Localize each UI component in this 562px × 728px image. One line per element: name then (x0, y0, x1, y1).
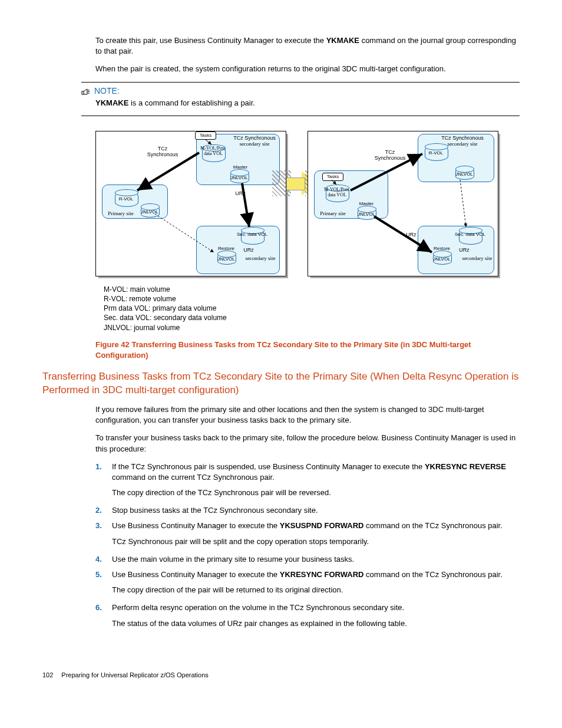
step-6: Perform delta resync operation on the vo… (95, 602, 520, 628)
svg-rect-0 (82, 91, 84, 94)
diagram-left-panel: R-VOL JNLVOL Primary site Tasks TCz Sync… (95, 131, 286, 276)
page-footer: 102 Preparing for Universal Replicator z… (42, 671, 520, 678)
legend-l5: JNLVOL: journal volume (104, 323, 520, 332)
legend-l3: Prm data VOL: primary data volume (104, 304, 520, 313)
footer-title: Preparing for Universal Replicator z/OS … (61, 671, 208, 678)
intro-p2: When the pair is created, the system con… (95, 64, 520, 74)
note-block (81, 82, 520, 83)
step-2: Stop business tasks at the TCz Synchrono… (95, 505, 520, 516)
section-heading: Transferring Business Tasks from TCz Sec… (42, 370, 520, 397)
step-3: Use Business Continuity Manager to execu… (95, 521, 520, 546)
svg-line-8 (332, 180, 336, 185)
intro-block: To create this pair, use Business Contin… (95, 35, 520, 75)
body-p2: To transfer your business tasks back to … (95, 433, 520, 454)
intro-p1a: To create this pair, use Business Contin… (95, 36, 326, 45)
intro-cmd: YKMAKE (326, 36, 359, 45)
step-4-text-a: Use the main volume in the primary site … (112, 555, 354, 564)
page-number: 102 (42, 671, 53, 678)
legend-l1: M-VOL: main volume (104, 285, 520, 294)
body-p1: If you remove failures from the primary … (95, 404, 520, 426)
legend-l2: R-VOL: remote volume (104, 294, 520, 304)
steps-list: If the TCz Synchronous pair is suspended… (95, 462, 520, 629)
step-6-text-a: Perform delta resync operation on the vo… (112, 603, 404, 612)
svg-line-2 (242, 183, 249, 227)
step-1-follow: The copy direction of the TCz Synchronou… (112, 487, 520, 498)
svg-line-7 (460, 180, 466, 227)
diagram-right-panel: Tasks M-VOL/Prm. data VOL Master JNLVOL … (308, 131, 498, 276)
note-rule-top (81, 82, 520, 83)
section-body: If you remove failures from the primary … (95, 404, 520, 629)
step-3-cmd: YKSUSPND FORWARD (280, 521, 364, 530)
figure-caption-wrap: Figure 42 Transferring Business Tasks fr… (95, 340, 520, 361)
step-1-text-a: If the TCz Synchronous pair is suspended… (112, 462, 425, 471)
step-3-text-b: command on the TCz Synchronous pair. (364, 521, 503, 530)
step-4: Use the main volume in the primary site … (95, 554, 520, 565)
step-1-text-b: command on the current TCz Synchronous p… (112, 473, 275, 482)
legend: M-VOL: main volume R-VOL: remote volume … (104, 285, 520, 332)
step-1: If the TCz Synchronous pair is suspended… (95, 462, 520, 499)
note-body: YKMAKE is a command for establishing a p… (95, 98, 520, 108)
arrows-left (96, 131, 286, 276)
step-2-text-a: Stop business tasks at the TCz Synchrono… (112, 506, 318, 515)
intro-p1: To create this pair, use Business Contin… (95, 35, 520, 57)
note-rule-bot (81, 116, 520, 116)
note-icon (81, 87, 91, 95)
step-1-cmd: YKRESYNC REVERSE (425, 462, 506, 471)
legend-l4: Sec. data VOL: secondary data volume (104, 313, 520, 322)
figure-caption: Figure 42 Transferring Business Tasks fr… (95, 340, 520, 361)
note-header: NOTE: (81, 86, 520, 95)
step-3-follow: TCz Synchronous pair will be split and t… (112, 536, 520, 547)
step-6-follow: The status of the data volumes of URz pa… (112, 618, 520, 629)
svg-line-5 (351, 154, 422, 190)
svg-line-1 (137, 153, 199, 190)
step-5: Use Business Continuity Manager to execu… (95, 569, 520, 595)
note-text: YKMAKE is a command for establishing a p… (95, 98, 520, 108)
note-rule-bot-wrap (81, 116, 520, 116)
page: To create this pair, use Business Contin… (0, 0, 562, 702)
diagram: R-VOL JNLVOL Primary site Tasks TCz Sync… (95, 128, 520, 281)
step-5-follow: The copy direction of the pair will be r… (112, 585, 520, 595)
svg-line-4 (206, 140, 211, 144)
step-5-text-b: command on the TCz Synchronous pair. (364, 570, 503, 579)
svg-line-3 (155, 214, 214, 252)
note-cmd: YKMAKE (95, 98, 128, 107)
note-label: NOTE: (94, 86, 120, 95)
arrows-right (308, 131, 498, 276)
note-rest: is a command for establishing a pair. (128, 98, 255, 107)
step-5-cmd: YKRESYNC FORWARD (280, 570, 364, 579)
diagram-wrap: R-VOL JNLVOL Primary site Tasks TCz Sync… (42, 128, 520, 332)
step-5-text-a: Use Business Continuity Manager to execu… (112, 570, 280, 579)
step-3-text-a: Use Business Continuity Manager to execu… (112, 521, 280, 530)
svg-line-6 (374, 216, 432, 252)
